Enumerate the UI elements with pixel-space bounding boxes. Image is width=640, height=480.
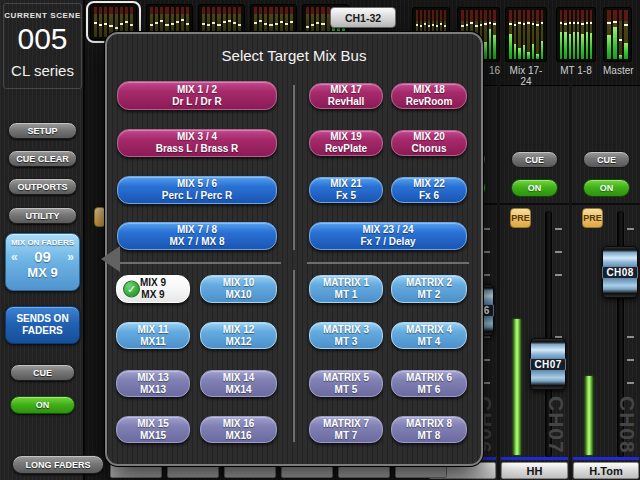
ch07-on-button[interactable]: ON <box>511 179 558 197</box>
mix-3-4-button[interactable]: MIX 3 / 4Brass L / Brass R <box>117 129 277 157</box>
scene-number: 005 <box>4 22 81 56</box>
mix-13-button[interactable]: MIX 13MX13 <box>116 370 190 397</box>
channel-color-bar <box>573 457 639 460</box>
matrix-8-button[interactable]: MATRIX 8MT 8 <box>391 416 467 443</box>
ch07-cue-button[interactable]: CUE <box>511 151 558 168</box>
mix-16-button[interactable]: MIX 16MX16 <box>200 416 277 443</box>
cue-clear-button[interactable]: CUE CLEAR <box>8 150 77 167</box>
mix-on-faders-panel[interactable]: MIX ON FADERS « 09 » MX 9 <box>5 233 80 291</box>
mix-20-button[interactable]: MIX 20Chorus <box>391 130 467 156</box>
mix-18-button[interactable]: MIX 18RevRoom <box>391 83 467 109</box>
mix-21-button[interactable]: MIX 21Fx 5 <box>309 177 383 203</box>
strip-divider <box>572 203 640 205</box>
column-divider <box>293 85 295 250</box>
ch08-level-meter <box>585 376 593 455</box>
mix-on-faders-label: MIX ON FADERS <box>6 238 79 247</box>
mix-12-button[interactable]: MIX 12MX12 <box>200 322 277 349</box>
popup-pointer-icon <box>101 246 120 272</box>
utility-button[interactable]: UTILITY <box>8 207 77 224</box>
outports-button[interactable]: OUTPORTS <box>8 178 77 195</box>
dialog-title: Select Target Mix Bus <box>107 47 481 64</box>
channel-color-bar <box>501 457 568 460</box>
matrix-6-button[interactable]: MATRIX 6MT 6 <box>391 370 467 397</box>
ch08-on-button[interactable]: ON <box>583 179 630 197</box>
mix-number: 09 <box>34 248 51 265</box>
mix-15-button[interactable]: MIX 15MX15 <box>116 416 190 443</box>
mix-23-24-button[interactable]: MIX 23 / 24Fx 7 / Delay <box>309 222 467 250</box>
long-faders-button[interactable]: LONG FADERS <box>12 455 104 474</box>
ch08-name-plate[interactable]: H.Tom <box>573 462 639 479</box>
mix-7-8-button[interactable]: MIX 7 / 8MX 7 / MX 8 <box>117 222 277 250</box>
ch07-name-plate[interactable]: HH <box>501 462 568 479</box>
mix-10-button[interactable]: MIX 10MX10 <box>200 275 277 303</box>
mix-11-button[interactable]: MIX 11MX11 <box>116 322 190 349</box>
matrix-4-button[interactable]: MATRIX 4MT 4 <box>391 322 467 349</box>
prev-mix-icon[interactable]: « <box>11 250 18 264</box>
meter-block-mt1-8[interactable]: MT 1-8 <box>556 7 596 76</box>
channel-strip-ch08: CUE ON PRE CH08 CH08 H.Tom <box>572 85 640 480</box>
sidebar-on-button[interactable]: ON <box>10 396 75 414</box>
mix-5-6-button[interactable]: MIX 5 / 6Perc L / Perc R <box>117 176 277 204</box>
ch1-32-bank-button[interactable]: CH1-32 <box>330 7 396 28</box>
current-scene-label: CURRENT SCENE <box>4 11 81 20</box>
setup-button[interactable]: SETUP <box>8 122 77 139</box>
console-series-label: CL series <box>4 62 81 79</box>
ch07-pre-badge[interactable]: PRE <box>510 208 531 228</box>
sidebar-cue-button[interactable]: CUE <box>10 364 75 381</box>
matrix-5-button[interactable]: MATRIX 5MT 5 <box>309 370 383 397</box>
matrix-7-button[interactable]: MATRIX 7MT 7 <box>309 416 383 443</box>
matrix-1-button[interactable]: MATRIX 1MT 1 <box>309 275 383 303</box>
ch07-fader-knob[interactable]: CH07 <box>530 338 566 390</box>
select-target-mix-bus-dialog: Select Target Mix Bus MIX 1 / 2Dr L / Dr… <box>105 32 483 466</box>
matrix-3-button[interactable]: MATRIX 3MT 3 <box>309 322 383 349</box>
meter-block-master[interactable]: Master <box>603 7 632 76</box>
meter-block-mix17-24[interactable]: Mix 17-24 <box>505 7 547 87</box>
channel-strip-ch07: CUE ON PRE CH07 CH07 HH <box>500 85 569 480</box>
mix-1-2-button[interactable]: MIX 1 / 2Dr L / Dr R <box>117 81 277 110</box>
mix-9-button[interactable]: ✓ MIX 9MX 9 <box>116 275 190 303</box>
mix-22-button[interactable]: MIX 22Fx 6 <box>391 177 467 203</box>
ch07-ghost-label: CH07 <box>544 396 568 454</box>
ch07-level-meter <box>513 319 521 455</box>
section-divider <box>115 262 281 264</box>
sidebar: CURRENT SCENE 005 CL series SETUP CUE CL… <box>0 0 85 480</box>
ch08-fader-knob[interactable]: CH08 <box>602 246 638 298</box>
strip-divider <box>500 203 569 205</box>
selected-check-icon: ✓ <box>123 281 140 298</box>
console-screen: CH1-32 16 Mix 17-24 MT 1-8 Master CUE ON… <box>0 0 640 480</box>
ch08-ghost-label: CH08 <box>615 396 639 454</box>
ch08-cue-button[interactable]: CUE <box>583 151 630 168</box>
mix-19-button[interactable]: MIX 19RevPlate <box>309 130 383 156</box>
section-divider <box>307 262 469 264</box>
next-mix-icon[interactable]: » <box>67 250 74 264</box>
mix-14-button[interactable]: MIX 14MX14 <box>200 370 277 397</box>
ch08-pre-badge[interactable]: PRE <box>582 208 603 228</box>
column-divider <box>293 270 295 442</box>
matrix-2-button[interactable]: MATRIX 2MT 2 <box>391 275 467 303</box>
current-scene-display[interactable]: CURRENT SCENE 005 CL series <box>3 3 82 89</box>
sends-on-faders-button[interactable]: SENDS ON FADERS <box>5 306 80 344</box>
mix-name: MX 9 <box>6 265 79 280</box>
mix-17-button[interactable]: MIX 17RevHall <box>309 83 383 109</box>
